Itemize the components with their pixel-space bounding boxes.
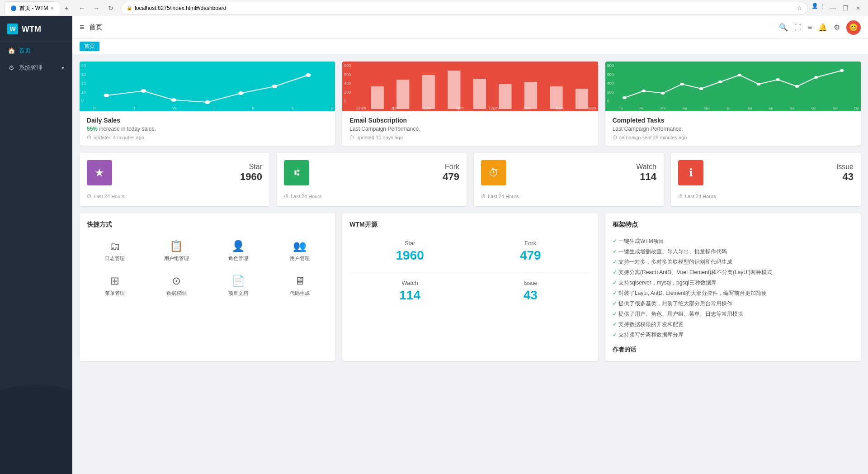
watch-stat-info: Watch 114 xyxy=(512,163,656,183)
feature-item: 一键生成WTM项目 xyxy=(613,236,854,246)
list-button[interactable]: ≡ xyxy=(808,24,812,32)
star-stat-time: ⏱Last 24 Hours xyxy=(87,194,262,199)
menu-label: 菜单管理 xyxy=(105,290,125,297)
address-bar[interactable]: 🔒 localhost:8275/index.html#/dashboard ☆ xyxy=(121,2,808,14)
daily-sales-subtitle: 55% increase in today sales. xyxy=(87,126,328,132)
wtm-fork-value: 479 xyxy=(474,248,587,263)
watch-stat-time: ⏱Last 24 Hours xyxy=(481,194,656,199)
bell-button[interactable]: 🔔 xyxy=(818,23,827,32)
svg-rect-8 xyxy=(396,80,409,109)
quick-item-usergroup[interactable]: 📋 用户组管理 xyxy=(148,236,204,265)
svg-point-4 xyxy=(238,91,244,95)
features-title: 框架特点 xyxy=(613,221,854,229)
fullscreen-button[interactable]: ⛶ xyxy=(794,24,802,32)
quick-item-user[interactable]: 👥 用户管理 xyxy=(272,236,328,265)
tab-close-icon[interactable]: × xyxy=(51,6,53,11)
svg-point-18 xyxy=(661,92,665,95)
forward-button[interactable]: → xyxy=(90,2,103,14)
quick-access-card: 快捷方式 🗂 日志管理 📋 用户组管理 👤 角色管理 xyxy=(80,213,335,361)
wtm-watch-value: 114 xyxy=(353,288,467,303)
settings-button[interactable]: ⚙ xyxy=(834,23,840,32)
maximize-button[interactable]: ❐ xyxy=(840,3,851,14)
quick-item-menu[interactable]: ⊞ 菜单管理 xyxy=(87,271,143,300)
svg-point-26 xyxy=(814,76,818,79)
issue-stat-time: ⏱Last 24 Hours xyxy=(678,194,854,199)
wtm-open-card: WTM开源 Star 1960 Fork 479 xyxy=(342,213,598,361)
wtm-open-title: WTM开源 xyxy=(349,221,590,229)
search-button[interactable]: 🔍 xyxy=(779,23,788,32)
wtm-star-cell: Star 1960 xyxy=(349,236,470,266)
chevron-down-icon: ▼ xyxy=(61,66,65,71)
topbar-title: 首页 xyxy=(89,23,103,32)
quick-item-doc[interactable]: 📄 项目文档 xyxy=(210,271,266,300)
content: 403020100 MTWT xyxy=(72,54,868,474)
data-perm-label: 数据权限 xyxy=(166,290,186,297)
wtm-fork-cell: Fork 479 xyxy=(470,236,591,266)
fork-stat-card: ⑆ Fork 479 ⏱Last 24 Hours xyxy=(277,153,467,206)
sidebar-item-system[interactable]: ⚙ 系统管理 ▼ xyxy=(0,59,72,76)
email-subscription-chart-area: 8006004002000 xyxy=(342,62,598,111)
menu-hamburger-icon[interactable]: ≡ xyxy=(80,23,85,32)
star-stat-value: 1960 xyxy=(118,171,262,183)
tasks-svg xyxy=(605,62,861,111)
star-icon[interactable]: ☆ xyxy=(797,5,802,11)
browser-chrome: 🔵 首页 - WTM × + ← → ↻ 🔒 localhost:8275/in… xyxy=(0,0,868,16)
role-icon: 👤 xyxy=(231,240,245,252)
svg-point-3 xyxy=(205,100,210,104)
watch-stat-label: Watch xyxy=(512,163,656,171)
svg-point-0 xyxy=(104,94,109,97)
system-icon: ⚙ xyxy=(7,64,15,71)
watch-stat-value: 114 xyxy=(512,171,656,183)
quick-item-log[interactable]: 🗂 日志管理 xyxy=(87,236,143,265)
topbar: ≡ 首页 🔍 ⛶ ≡ 🔔 ⚙ 😊 xyxy=(72,16,868,39)
wtm-stats-bottom: Watch 114 Issue 43 xyxy=(349,276,590,306)
quick-access-grid: 🗂 日志管理 📋 用户组管理 👤 角色管理 👥 xyxy=(87,236,328,300)
issue-stat-icon: ℹ xyxy=(678,160,703,185)
user-label: 用户管理 xyxy=(290,255,310,262)
issue-stat-card: ℹ Issue 43 ⏱Last 24 Hours xyxy=(671,153,861,206)
email-subscription-card: 8006004002000 xyxy=(342,62,598,146)
browser-nav: ← → ↻ xyxy=(75,0,117,16)
reload-button[interactable]: ↻ xyxy=(104,2,117,14)
app-wrapper: W WTM 🏠 首页 ⚙ 系统管理 ▼ ≡ 首页 🔍 ⛶ ≡ xyxy=(0,16,868,474)
sidebar-item-home[interactable]: 🏠 首页 xyxy=(0,42,72,59)
logo-text: WTM xyxy=(22,24,41,34)
doc-label: 项目文档 xyxy=(228,290,248,297)
features-list: 一键生成WTM项目一键生成增删改查、导入导出、批量操作代码支持一对多，多对多关联… xyxy=(613,236,854,340)
email-subtitle: Last Campaign Performance. xyxy=(349,126,590,132)
doc-icon: 📄 xyxy=(231,275,245,287)
data-perm-icon: ⊙ xyxy=(172,275,181,287)
quick-item-role[interactable]: 👤 角色管理 xyxy=(210,236,266,265)
star-stat-card: ★ Star 1960 ⏱Last 24 Hours xyxy=(80,153,269,206)
new-tab-button[interactable]: + xyxy=(61,3,72,14)
wtm-fork-label: Fork xyxy=(474,240,587,246)
svg-point-23 xyxy=(757,83,760,85)
codegen-label: 代码生成 xyxy=(290,290,310,297)
email-y-labels: 8006004002000 xyxy=(344,63,351,103)
quick-item-data-perm[interactable]: ⊙ 数据权限 xyxy=(148,271,204,300)
watch-stat-icon: ⏱ xyxy=(481,160,506,185)
email-title: Email Subscription xyxy=(349,117,590,124)
fork-stat-time: ⏱Last 24 Hours xyxy=(284,194,459,199)
browser-actions: 👤 ⋮ — ❐ × xyxy=(811,3,863,14)
back-button[interactable]: ← xyxy=(75,2,88,14)
minimize-button[interactable]: — xyxy=(827,3,838,14)
chart-row: 403020100 MTWT xyxy=(80,62,861,146)
active-tab[interactable]: 🔵 首页 - WTM × xyxy=(5,1,59,15)
fork-stat-label: Fork xyxy=(315,163,459,171)
menu-dots-icon[interactable]: ⋮ xyxy=(820,3,826,14)
svg-point-17 xyxy=(642,90,645,92)
profile-icon[interactable]: 👤 xyxy=(811,3,818,14)
breadcrumb-tag: 首页 xyxy=(80,42,99,51)
feature-item: 提供了很多基类，封装了绝大部分后台常用操作 xyxy=(613,299,854,309)
avatar[interactable]: 😊 xyxy=(846,20,861,35)
tasks-title: Completed Tasks xyxy=(613,117,854,124)
tasks-x-labels: JaFeMaApMaiJuJulAuSeOcNoDe xyxy=(619,106,859,110)
close-button[interactable]: × xyxy=(853,3,863,14)
star-stat-icon: ★ xyxy=(87,160,112,185)
issue-stat-value: 43 xyxy=(709,171,854,183)
svg-point-24 xyxy=(776,78,779,81)
quick-item-codegen[interactable]: 🖥 代码生成 xyxy=(272,271,328,300)
role-label: 角色管理 xyxy=(228,255,248,262)
daily-sales-card: 403020100 MTWT xyxy=(80,62,335,146)
